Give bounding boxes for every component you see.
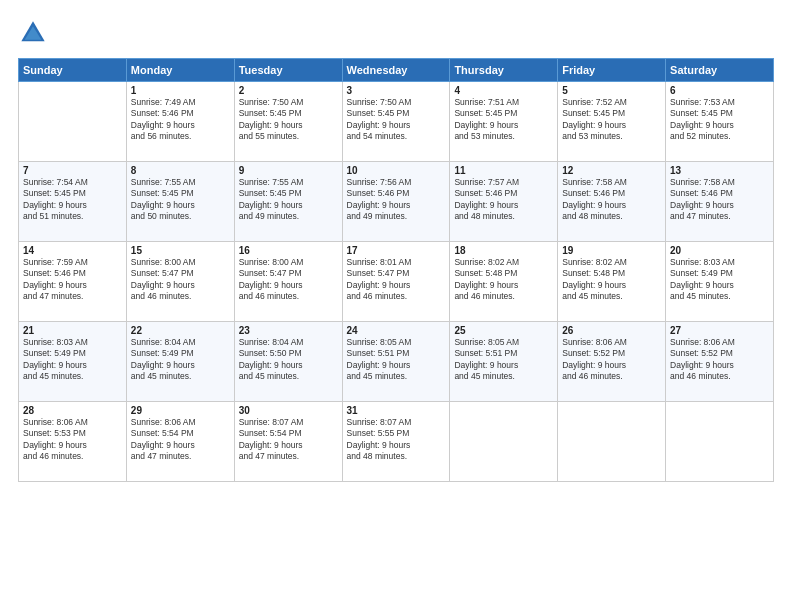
calendar-cell: 5Sunrise: 7:52 AM Sunset: 5:45 PM Daylig… xyxy=(558,82,666,162)
logo xyxy=(18,18,52,48)
calendar-cell: 4Sunrise: 7:51 AM Sunset: 5:45 PM Daylig… xyxy=(450,82,558,162)
day-number: 2 xyxy=(239,85,338,96)
day-number: 4 xyxy=(454,85,553,96)
day-number: 27 xyxy=(670,325,769,336)
header-cell-thursday: Thursday xyxy=(450,59,558,82)
day-detail: Sunrise: 7:56 AM Sunset: 5:46 PM Dayligh… xyxy=(347,177,446,223)
day-number: 29 xyxy=(131,405,230,416)
calendar-header-row: SundayMondayTuesdayWednesdayThursdayFrid… xyxy=(19,59,774,82)
day-number: 16 xyxy=(239,245,338,256)
day-number: 24 xyxy=(347,325,446,336)
calendar-cell xyxy=(450,402,558,482)
calendar-cell: 16Sunrise: 8:00 AM Sunset: 5:47 PM Dayli… xyxy=(234,242,342,322)
day-detail: Sunrise: 8:00 AM Sunset: 5:47 PM Dayligh… xyxy=(239,257,338,303)
calendar-cell: 27Sunrise: 8:06 AM Sunset: 5:52 PM Dayli… xyxy=(666,322,774,402)
calendar-cell xyxy=(19,82,127,162)
day-detail: Sunrise: 8:01 AM Sunset: 5:47 PM Dayligh… xyxy=(347,257,446,303)
day-detail: Sunrise: 7:57 AM Sunset: 5:46 PM Dayligh… xyxy=(454,177,553,223)
day-detail: Sunrise: 7:55 AM Sunset: 5:45 PM Dayligh… xyxy=(239,177,338,223)
day-detail: Sunrise: 7:58 AM Sunset: 5:46 PM Dayligh… xyxy=(670,177,769,223)
calendar-cell: 9Sunrise: 7:55 AM Sunset: 5:45 PM Daylig… xyxy=(234,162,342,242)
day-number: 30 xyxy=(239,405,338,416)
day-detail: Sunrise: 7:50 AM Sunset: 5:45 PM Dayligh… xyxy=(239,97,338,143)
calendar-cell: 2Sunrise: 7:50 AM Sunset: 5:45 PM Daylig… xyxy=(234,82,342,162)
calendar-cell: 26Sunrise: 8:06 AM Sunset: 5:52 PM Dayli… xyxy=(558,322,666,402)
day-number: 3 xyxy=(347,85,446,96)
calendar-cell: 10Sunrise: 7:56 AM Sunset: 5:46 PM Dayli… xyxy=(342,162,450,242)
day-number: 25 xyxy=(454,325,553,336)
day-number: 11 xyxy=(454,165,553,176)
day-detail: Sunrise: 8:06 AM Sunset: 5:52 PM Dayligh… xyxy=(562,337,661,383)
calendar-cell xyxy=(558,402,666,482)
day-number: 9 xyxy=(239,165,338,176)
header-cell-tuesday: Tuesday xyxy=(234,59,342,82)
calendar-cell: 13Sunrise: 7:58 AM Sunset: 5:46 PM Dayli… xyxy=(666,162,774,242)
week-row-3: 14Sunrise: 7:59 AM Sunset: 5:46 PM Dayli… xyxy=(19,242,774,322)
calendar-cell: 12Sunrise: 7:58 AM Sunset: 5:46 PM Dayli… xyxy=(558,162,666,242)
calendar-cell: 28Sunrise: 8:06 AM Sunset: 5:53 PM Dayli… xyxy=(19,402,127,482)
calendar-cell: 1Sunrise: 7:49 AM Sunset: 5:46 PM Daylig… xyxy=(126,82,234,162)
day-number: 13 xyxy=(670,165,769,176)
header-cell-monday: Monday xyxy=(126,59,234,82)
calendar-cell: 22Sunrise: 8:04 AM Sunset: 5:49 PM Dayli… xyxy=(126,322,234,402)
day-detail: Sunrise: 8:04 AM Sunset: 5:50 PM Dayligh… xyxy=(239,337,338,383)
day-number: 6 xyxy=(670,85,769,96)
header-cell-saturday: Saturday xyxy=(666,59,774,82)
day-detail: Sunrise: 7:53 AM Sunset: 5:45 PM Dayligh… xyxy=(670,97,769,143)
week-row-1: 1Sunrise: 7:49 AM Sunset: 5:46 PM Daylig… xyxy=(19,82,774,162)
day-detail: Sunrise: 8:00 AM Sunset: 5:47 PM Dayligh… xyxy=(131,257,230,303)
calendar-cell: 30Sunrise: 8:07 AM Sunset: 5:54 PM Dayli… xyxy=(234,402,342,482)
day-number: 20 xyxy=(670,245,769,256)
day-number: 5 xyxy=(562,85,661,96)
calendar-cell xyxy=(666,402,774,482)
calendar-cell: 31Sunrise: 8:07 AM Sunset: 5:55 PM Dayli… xyxy=(342,402,450,482)
day-number: 31 xyxy=(347,405,446,416)
day-number: 14 xyxy=(23,245,122,256)
week-row-2: 7Sunrise: 7:54 AM Sunset: 5:45 PM Daylig… xyxy=(19,162,774,242)
calendar-cell: 24Sunrise: 8:05 AM Sunset: 5:51 PM Dayli… xyxy=(342,322,450,402)
day-detail: Sunrise: 7:54 AM Sunset: 5:45 PM Dayligh… xyxy=(23,177,122,223)
day-number: 17 xyxy=(347,245,446,256)
day-detail: Sunrise: 8:07 AM Sunset: 5:55 PM Dayligh… xyxy=(347,417,446,463)
week-row-5: 28Sunrise: 8:06 AM Sunset: 5:53 PM Dayli… xyxy=(19,402,774,482)
day-detail: Sunrise: 8:02 AM Sunset: 5:48 PM Dayligh… xyxy=(562,257,661,303)
day-detail: Sunrise: 8:04 AM Sunset: 5:49 PM Dayligh… xyxy=(131,337,230,383)
calendar-cell: 11Sunrise: 7:57 AM Sunset: 5:46 PM Dayli… xyxy=(450,162,558,242)
day-number: 1 xyxy=(131,85,230,96)
day-number: 23 xyxy=(239,325,338,336)
day-number: 18 xyxy=(454,245,553,256)
week-row-4: 21Sunrise: 8:03 AM Sunset: 5:49 PM Dayli… xyxy=(19,322,774,402)
calendar-cell: 14Sunrise: 7:59 AM Sunset: 5:46 PM Dayli… xyxy=(19,242,127,322)
day-number: 26 xyxy=(562,325,661,336)
calendar-cell: 23Sunrise: 8:04 AM Sunset: 5:50 PM Dayli… xyxy=(234,322,342,402)
calendar-cell: 7Sunrise: 7:54 AM Sunset: 5:45 PM Daylig… xyxy=(19,162,127,242)
calendar-cell: 20Sunrise: 8:03 AM Sunset: 5:49 PM Dayli… xyxy=(666,242,774,322)
day-detail: Sunrise: 7:58 AM Sunset: 5:46 PM Dayligh… xyxy=(562,177,661,223)
day-number: 12 xyxy=(562,165,661,176)
calendar-cell: 18Sunrise: 8:02 AM Sunset: 5:48 PM Dayli… xyxy=(450,242,558,322)
day-detail: Sunrise: 7:50 AM Sunset: 5:45 PM Dayligh… xyxy=(347,97,446,143)
day-detail: Sunrise: 7:52 AM Sunset: 5:45 PM Dayligh… xyxy=(562,97,661,143)
calendar-table: SundayMondayTuesdayWednesdayThursdayFrid… xyxy=(18,58,774,482)
header-cell-wednesday: Wednesday xyxy=(342,59,450,82)
day-number: 15 xyxy=(131,245,230,256)
day-detail: Sunrise: 7:59 AM Sunset: 5:46 PM Dayligh… xyxy=(23,257,122,303)
calendar-cell: 17Sunrise: 8:01 AM Sunset: 5:47 PM Dayli… xyxy=(342,242,450,322)
day-detail: Sunrise: 7:51 AM Sunset: 5:45 PM Dayligh… xyxy=(454,97,553,143)
calendar-cell: 3Sunrise: 7:50 AM Sunset: 5:45 PM Daylig… xyxy=(342,82,450,162)
calendar-cell: 19Sunrise: 8:02 AM Sunset: 5:48 PM Dayli… xyxy=(558,242,666,322)
day-detail: Sunrise: 8:06 AM Sunset: 5:53 PM Dayligh… xyxy=(23,417,122,463)
day-detail: Sunrise: 7:55 AM Sunset: 5:45 PM Dayligh… xyxy=(131,177,230,223)
calendar-cell: 6Sunrise: 7:53 AM Sunset: 5:45 PM Daylig… xyxy=(666,82,774,162)
calendar-body: 1Sunrise: 7:49 AM Sunset: 5:46 PM Daylig… xyxy=(19,82,774,482)
day-detail: Sunrise: 8:03 AM Sunset: 5:49 PM Dayligh… xyxy=(670,257,769,303)
calendar-cell: 15Sunrise: 8:00 AM Sunset: 5:47 PM Dayli… xyxy=(126,242,234,322)
day-detail: Sunrise: 8:03 AM Sunset: 5:49 PM Dayligh… xyxy=(23,337,122,383)
day-number: 19 xyxy=(562,245,661,256)
day-number: 21 xyxy=(23,325,122,336)
day-detail: Sunrise: 8:05 AM Sunset: 5:51 PM Dayligh… xyxy=(347,337,446,383)
day-detail: Sunrise: 8:02 AM Sunset: 5:48 PM Dayligh… xyxy=(454,257,553,303)
day-detail: Sunrise: 8:05 AM Sunset: 5:51 PM Dayligh… xyxy=(454,337,553,383)
logo-icon xyxy=(18,18,48,48)
calendar-cell: 25Sunrise: 8:05 AM Sunset: 5:51 PM Dayli… xyxy=(450,322,558,402)
